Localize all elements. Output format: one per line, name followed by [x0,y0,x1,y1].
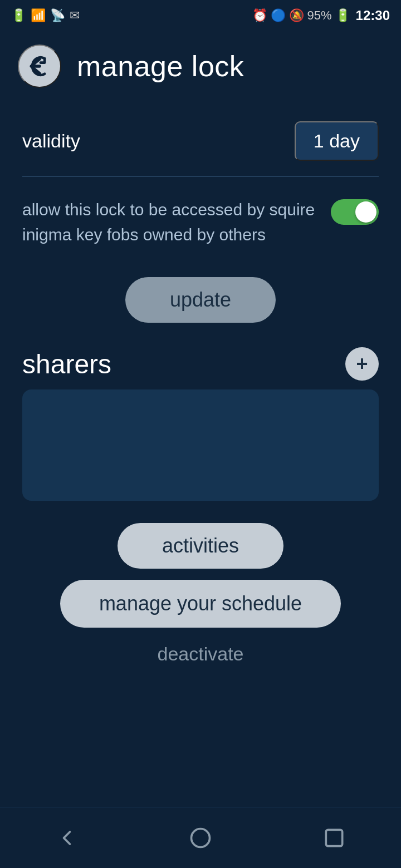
toggle-track [331,199,379,225]
activities-button[interactable]: activities [118,523,283,569]
bluetooth-icon: 🔵 [271,8,286,23]
manage-schedule-button[interactable]: manage your schedule [60,580,341,628]
access-description: allow this lock to be accessed by squire… [22,197,320,247]
battery-full-icon: 🔋 [335,8,350,23]
status-bar: 🔋 📶 📡 ✉ ⏰ 🔵 🔕 95% 🔋 12:30 [0,0,401,31]
sharers-title: sharers [22,349,111,379]
validity-selector[interactable]: 1 day [295,121,379,161]
svg-rect-1 [326,830,342,846]
svg-point-0 [192,828,210,847]
nav-back-button[interactable] [55,826,79,850]
back-button[interactable] [18,45,61,88]
update-button-row: update [22,260,379,343]
nav-home-icon [188,826,213,850]
update-button[interactable]: update [125,277,276,323]
wifi-icon: 📶 [31,8,46,23]
main-content: validity 1 day allow this lock to be acc… [0,97,401,807]
status-icons-left: 🔋 📶 📡 ✉ [11,8,80,23]
status-icons-right: ⏰ 🔵 🔕 95% 🔋 12:30 [252,8,390,23]
sharers-list [22,389,379,501]
deactivate-button[interactable]: deactivate [158,639,244,669]
page-header: manage lock [0,31,401,97]
description-row: allow this lock to be accessed by squire… [22,188,379,260]
mail-icon: ✉ [70,8,80,23]
validity-row: validity 1 day [22,108,379,176]
nav-back-icon [55,826,79,850]
access-toggle-wrapper [331,199,379,225]
toggle-thumb [355,201,376,223]
divider [22,176,379,177]
back-icon [27,54,52,78]
no-sound-icon: 🔕 [289,8,304,23]
navigation-bar [0,807,401,868]
action-buttons: activities manage your schedule deactiva… [22,523,379,680]
sharers-header: sharers + [22,343,379,389]
page-title: manage lock [77,50,244,83]
battery-icon: 🔋 [11,8,26,23]
validity-label: validity [22,130,80,152]
alarm-icon: ⏰ [252,8,267,23]
status-time: 12:30 [356,8,390,23]
add-sharer-button[interactable]: + [345,347,379,381]
access-toggle[interactable] [331,199,379,225]
nav-recent-button[interactable] [322,826,346,850]
battery-percent: 95% [307,8,332,23]
signal-icon: 📡 [50,8,65,23]
nav-recent-icon [322,826,346,850]
nav-home-button[interactable] [188,826,213,850]
